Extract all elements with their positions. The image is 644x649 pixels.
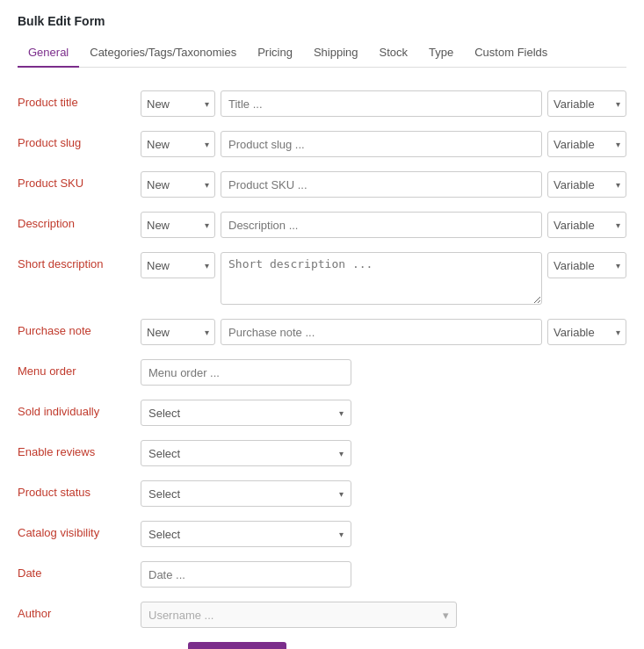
row-catalog-visibility: Catalog visibility Select ▾	[18, 514, 626, 554]
select-new-label: New	[147, 219, 170, 232]
label-product-title: Product title	[18, 90, 141, 109]
tab-type[interactable]: Type	[418, 39, 464, 68]
controls-product-sku: New ▾ Variable ▾	[141, 171, 626, 198]
tab-shipping[interactable]: Shipping	[303, 39, 369, 68]
select-variable-product-slug[interactable]: Variable ▾	[547, 131, 626, 157]
select-label: Select	[148, 528, 180, 541]
label-image: Image	[18, 642, 141, 649]
label-sold-individually: Sold individually	[18, 400, 141, 418]
label-product-status: Product status	[18, 480, 141, 499]
row-enable-reviews: Enable reviews Select ▾	[18, 433, 626, 473]
select-variable-purchase-note[interactable]: Variable ▾	[547, 319, 626, 345]
select-variable-product-title[interactable]: Variable ▾	[547, 90, 626, 117]
select-new-product-slug[interactable]: New ▾	[141, 131, 215, 157]
select-new-description[interactable]: New ▾	[141, 212, 215, 238]
textarea-short-description[interactable]	[221, 252, 542, 305]
row-product-sku: Product SKU New ▾ Variable ▾	[18, 164, 626, 205]
select-label: Select	[148, 407, 180, 420]
select-new-short-description[interactable]: New ▾	[141, 252, 215, 278]
input-purchase-note[interactable]	[221, 319, 542, 345]
select-enable-reviews[interactable]: Select ▾	[141, 440, 351, 466]
input-menu-order[interactable]	[141, 359, 351, 386]
chevron-down-icon: ▾	[205, 328, 209, 337]
select-variable-short-description[interactable]: Variable ▾	[547, 252, 626, 278]
input-date[interactable]	[141, 561, 351, 588]
label-menu-order: Menu order	[18, 359, 141, 378]
select-new-label: New	[147, 178, 170, 191]
row-description: Description New ▾ Variable ▾	[18, 205, 626, 245]
row-product-slug: Product slug New ▾ Variable ▾	[18, 124, 626, 164]
controls-purchase-note: New ▾ Variable ▾	[141, 319, 626, 345]
input-product-title[interactable]	[221, 90, 542, 117]
select-new-purchase-note[interactable]: New ▾	[141, 319, 215, 345]
label-product-sku: Product SKU	[18, 171, 141, 190]
variable-label: Variable	[554, 138, 595, 151]
select-author[interactable]: Username ... ▾	[141, 602, 457, 628]
author-placeholder: Username ...	[148, 609, 213, 622]
row-image: Image Choose image	[18, 635, 626, 649]
select-new-label: New	[147, 259, 170, 272]
controls-sold-individually: Select ▾	[141, 400, 626, 426]
controls-product-title: New ▾ Variable ▾	[141, 90, 626, 117]
select-new-product-title[interactable]: New ▾	[141, 90, 215, 117]
controls-menu-order	[141, 359, 626, 386]
select-new-label: New	[147, 138, 170, 151]
label-short-description: Short description	[18, 252, 141, 270]
row-product-title: Product title New ▾ Variable ▾	[18, 83, 626, 124]
variable-label: Variable	[554, 326, 595, 339]
row-author: Author Username ... ▾	[18, 595, 626, 635]
variable-label: Variable	[554, 219, 595, 232]
chevron-down-icon: ▾	[616, 180, 620, 190]
input-product-sku[interactable]	[221, 171, 542, 198]
select-product-status[interactable]: Select ▾	[141, 480, 351, 507]
chevron-down-icon: ▾	[205, 140, 209, 149]
controls-date	[141, 561, 626, 588]
page-title: Bulk Edit Form	[18, 14, 626, 28]
row-product-status: Product status Select ▾	[18, 473, 626, 514]
select-label: Select	[148, 487, 180, 501]
row-menu-order: Menu order	[18, 352, 626, 393]
select-new-label: New	[147, 326, 170, 339]
controls-description: New ▾ Variable ▾	[141, 212, 626, 238]
chevron-down-icon: ▾	[443, 609, 449, 622]
select-new-product-sku[interactable]: New ▾	[141, 171, 215, 198]
select-variable-description[interactable]: Variable ▾	[547, 212, 626, 238]
chevron-down-icon: ▾	[616, 328, 620, 337]
chevron-down-icon: ▾	[205, 261, 209, 270]
chevron-down-icon: ▾	[339, 408, 344, 418]
choose-image-button[interactable]: Choose image	[188, 642, 286, 649]
controls-short-description: New ▾ Variable ▾	[141, 252, 626, 305]
chevron-down-icon: ▾	[616, 220, 620, 230]
chevron-down-icon: ▾	[339, 530, 344, 539]
select-new-label: New	[147, 97, 170, 111]
chevron-down-icon: ▾	[205, 99, 209, 109]
controls-image: Choose image	[141, 642, 626, 649]
form-body: Product title New ▾ Variable ▾ Product s…	[18, 83, 626, 649]
row-purchase-note: Purchase note New ▾ Variable ▾	[18, 312, 626, 352]
chevron-down-icon: ▾	[616, 261, 620, 270]
controls-catalog-visibility: Select ▾	[141, 521, 626, 547]
chevron-down-icon: ▾	[339, 489, 344, 499]
input-product-slug[interactable]	[221, 131, 542, 157]
controls-author: Username ... ▾	[141, 602, 626, 628]
label-catalog-visibility: Catalog visibility	[18, 521, 141, 539]
select-variable-product-sku[interactable]: Variable ▾	[547, 171, 626, 198]
tab-custom-fields[interactable]: Custom Fields	[464, 39, 558, 68]
input-description[interactable]	[221, 212, 542, 238]
chevron-down-icon: ▾	[205, 220, 209, 230]
variable-label: Variable	[554, 259, 595, 272]
tab-categories[interactable]: Categories/Tags/Taxonomies	[79, 39, 247, 68]
variable-label: Variable	[554, 178, 595, 191]
tab-pricing[interactable]: Pricing	[247, 39, 303, 68]
tab-general[interactable]: General	[18, 39, 79, 68]
tab-stock[interactable]: Stock	[369, 39, 419, 68]
label-product-slug: Product slug	[18, 131, 141, 149]
select-label: Select	[148, 447, 180, 460]
label-date: Date	[18, 561, 141, 580]
controls-product-slug: New ▾ Variable ▾	[141, 131, 626, 157]
tabs-container: General Categories/Tags/Taxonomies Prici…	[18, 39, 626, 68]
controls-product-status: Select ▾	[141, 480, 626, 507]
chevron-down-icon: ▾	[339, 449, 344, 458]
select-sold-individually[interactable]: Select ▾	[141, 400, 351, 426]
select-catalog-visibility[interactable]: Select ▾	[141, 521, 351, 547]
